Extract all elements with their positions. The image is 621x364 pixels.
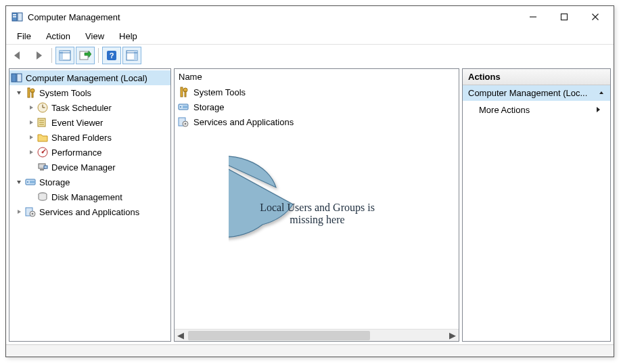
tree-device-manager-label: Device Manager	[51, 162, 116, 173]
chevron-right-icon[interactable]	[27, 118, 35, 127]
app-icon	[12, 11, 24, 23]
chevron-right-icon	[595, 105, 601, 115]
tree-disk-management[interactable]: Disk Management	[9, 189, 170, 204]
folder-icon	[37, 131, 49, 143]
tree-storage-label: Storage	[39, 177, 70, 187]
tree-task-scheduler[interactable]: Task Scheduler	[9, 100, 170, 115]
svg-rect-36	[30, 181, 34, 183]
toolbar: ?	[6, 44, 614, 66]
menu-help[interactable]: Help	[112, 30, 144, 43]
maximize-button[interactable]	[549, 7, 580, 27]
list-column-name[interactable]: Name	[175, 69, 459, 85]
help-button[interactable]: ?	[102, 47, 121, 64]
list-item-services-apps[interactable]: Services and Applications	[175, 114, 459, 129]
tree-shared-folders-label: Shared Folders	[51, 133, 112, 143]
svg-rect-2	[13, 14, 16, 16]
show-action-pane-button[interactable]	[122, 47, 141, 64]
tree-services-apps-label: Services and Applications	[39, 207, 139, 217]
menu-action[interactable]: Action	[39, 30, 77, 43]
chevron-down-icon[interactable]	[15, 89, 23, 97]
content-area: Computer Management (Local) System Tools…	[6, 66, 614, 344]
toolbar-separator	[51, 48, 52, 63]
close-button[interactable]	[580, 7, 611, 27]
action-more-label: More Actions	[479, 105, 530, 115]
actions-header: Actions	[463, 69, 610, 85]
svg-rect-9	[60, 51, 63, 60]
tree-disk-management-label: Disk Management	[51, 192, 122, 202]
scroll-left-icon[interactable]: ◀	[175, 329, 187, 341]
tree-event-viewer[interactable]: Event Viewer	[9, 115, 170, 130]
collapse-icon[interactable]	[598, 88, 605, 98]
svg-point-40	[32, 213, 34, 215]
list-item-system-tools[interactable]: System Tools	[175, 85, 459, 99]
tree-device-manager[interactable]: Device Manager	[9, 160, 170, 175]
list-body: System Tools Storage Services and Applic…	[175, 85, 459, 329]
svg-rect-19	[28, 88, 30, 97]
tree-storage[interactable]: Storage	[9, 175, 170, 189]
svg-rect-1	[18, 13, 22, 21]
minimize-button[interactable]	[518, 7, 549, 27]
horizontal-scrollbar[interactable]: ◀ ▶	[175, 329, 459, 341]
tree-task-scheduler-label: Task Scheduler	[51, 103, 112, 113]
tree-shared-folders[interactable]: Shared Folders	[9, 130, 170, 145]
device-manager-icon	[37, 161, 49, 173]
menu-file[interactable]: File	[10, 30, 38, 43]
scroll-thumb[interactable]	[188, 331, 370, 340]
export-button[interactable]	[76, 47, 95, 64]
nav-forward-button[interactable]	[29, 47, 48, 64]
chevron-down-icon[interactable]	[15, 178, 23, 186]
tree-performance[interactable]: Performance	[9, 145, 170, 160]
svg-rect-5	[561, 14, 568, 20]
svg-point-30	[42, 152, 44, 154]
actions-group-label: Computer Management (Loc...	[468, 88, 587, 98]
svg-rect-33	[44, 166, 47, 168]
event-viewer-icon	[37, 116, 49, 129]
titlebar[interactable]: Computer Management	[6, 6, 614, 28]
window-frame: Computer Management File Action View Hel…	[5, 5, 614, 357]
services-icon	[24, 206, 37, 218]
services-icon	[177, 116, 189, 128]
storage-icon	[24, 176, 37, 188]
scroll-right-icon[interactable]: ▶	[446, 329, 459, 341]
svg-rect-21	[32, 92, 33, 97]
tree-root-label: Computer Management (Local)	[26, 73, 147, 83]
performance-icon	[37, 146, 49, 158]
list-item-label: Storage	[193, 102, 225, 112]
chevron-right-icon[interactable]	[27, 148, 35, 156]
svg-rect-46	[183, 106, 187, 108]
clock-icon	[37, 101, 49, 114]
list-pane: Name System Tools Storage Services and A…	[174, 68, 459, 342]
scroll-track[interactable]	[187, 329, 446, 341]
chevron-right-icon[interactable]	[27, 133, 35, 141]
storage-icon	[177, 101, 189, 113]
system-tools-icon	[24, 87, 37, 99]
action-more-actions[interactable]: More Actions	[463, 101, 610, 119]
tree-system-tools[interactable]: System Tools	[9, 85, 170, 100]
tree-root[interactable]: Computer Management (Local)	[9, 70, 170, 85]
svg-point-35	[27, 181, 28, 183]
show-hide-tree-button[interactable]	[55, 47, 74, 64]
chevron-right-icon[interactable]	[27, 104, 35, 112]
nav-back-button[interactable]	[9, 47, 28, 64]
statusbar	[6, 344, 614, 357]
list-item-label: System Tools	[193, 87, 246, 97]
disk-management-icon	[37, 191, 49, 203]
tree-services-apps[interactable]: Services and Applications	[9, 204, 170, 219]
svg-rect-41	[181, 87, 183, 97]
tree-performance-label: Performance	[51, 147, 101, 158]
svg-point-45	[180, 106, 181, 108]
window-controls	[518, 7, 611, 27]
computer-management-icon	[11, 72, 23, 84]
tree-event-viewer-label: Event Viewer	[51, 118, 103, 128]
svg-rect-18	[17, 74, 22, 82]
tree-pane: Computer Management (Local) System Tools…	[9, 68, 171, 342]
svg-rect-43	[185, 91, 186, 97]
actions-group[interactable]: Computer Management (Loc...	[463, 85, 610, 101]
menu-view[interactable]: View	[78, 30, 111, 43]
tree-system-tools-label: System Tools	[39, 88, 91, 98]
svg-text:?: ?	[110, 51, 114, 60]
svg-point-49	[185, 123, 187, 125]
chevron-right-icon[interactable]	[15, 208, 23, 216]
list-item-storage[interactable]: Storage	[175, 99, 459, 114]
toolbar-separator	[98, 48, 99, 63]
